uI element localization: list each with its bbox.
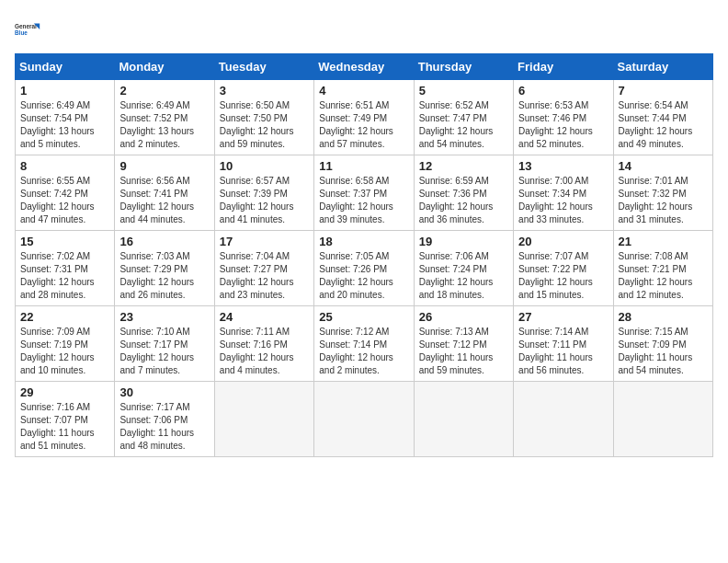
calendar-cell: 30Sunrise: 7:17 AM Sunset: 7:06 PM Dayli… (115, 382, 214, 457)
calendar-cell: 18Sunrise: 7:05 AM Sunset: 7:26 PM Dayli… (314, 231, 414, 306)
day-number: 22 (20, 310, 109, 324)
calendar-table: SundayMondayTuesdayWednesdayThursdayFrid… (15, 53, 713, 457)
calendar-cell: 13Sunrise: 7:00 AM Sunset: 7:34 PM Dayli… (514, 155, 613, 231)
calendar-cell: 1Sunrise: 6:49 AM Sunset: 7:54 PM Daylig… (16, 80, 115, 155)
day-number: 9 (119, 159, 209, 173)
day-number: 26 (419, 310, 508, 324)
calendar-cell: 9Sunrise: 6:56 AM Sunset: 7:41 PM Daylig… (115, 155, 214, 231)
day-number: 12 (419, 159, 508, 173)
day-info: Sunrise: 7:04 AM Sunset: 7:27 PM Dayligh… (220, 250, 309, 302)
day-number: 8 (20, 159, 109, 173)
calendar-cell: 12Sunrise: 6:59 AM Sunset: 7:36 PM Dayli… (414, 155, 513, 231)
day-info: Sunrise: 7:17 AM Sunset: 7:06 PM Dayligh… (119, 401, 209, 453)
day-info: Sunrise: 7:12 AM Sunset: 7:14 PM Dayligh… (319, 326, 408, 377)
calendar-cell: 8Sunrise: 6:55 AM Sunset: 7:42 PM Daylig… (16, 155, 115, 231)
day-number: 20 (518, 235, 608, 248)
calendar-cell: 29Sunrise: 7:16 AM Sunset: 7:07 PM Dayli… (16, 382, 115, 457)
day-number: 15 (20, 235, 109, 248)
calendar-week-row: 8Sunrise: 6:55 AM Sunset: 7:42 PM Daylig… (16, 155, 713, 231)
calendar-cell: 26Sunrise: 7:13 AM Sunset: 7:12 PM Dayli… (414, 306, 513, 382)
day-number: 14 (619, 159, 708, 173)
day-info: Sunrise: 7:02 AM Sunset: 7:31 PM Dayligh… (20, 250, 109, 302)
calendar-cell (314, 382, 414, 457)
calendar-cell (414, 382, 513, 457)
day-info: Sunrise: 7:08 AM Sunset: 7:21 PM Dayligh… (619, 250, 708, 302)
weekday-header-saturday: Saturday (613, 54, 712, 80)
day-number: 3 (220, 84, 309, 98)
calendar-cell: 3Sunrise: 6:50 AM Sunset: 7:50 PM Daylig… (214, 80, 313, 155)
day-info: Sunrise: 6:55 AM Sunset: 7:42 PM Dayligh… (20, 175, 109, 226)
day-info: Sunrise: 6:59 AM Sunset: 7:36 PM Dayligh… (419, 175, 508, 226)
day-info: Sunrise: 6:51 AM Sunset: 7:49 PM Dayligh… (319, 99, 408, 151)
day-number: 10 (220, 159, 309, 173)
day-info: Sunrise: 7:09 AM Sunset: 7:19 PM Dayligh… (20, 326, 109, 377)
day-number: 27 (518, 310, 608, 324)
logo-icon: GeneralBlue (15, 15, 44, 44)
calendar-cell: 4Sunrise: 6:51 AM Sunset: 7:49 PM Daylig… (314, 80, 414, 155)
calendar-cell: 7Sunrise: 6:54 AM Sunset: 7:44 PM Daylig… (613, 80, 712, 155)
calendar-cell: 24Sunrise: 7:11 AM Sunset: 7:16 PM Dayli… (214, 306, 313, 382)
logo: GeneralBlue (15, 15, 44, 44)
day-number: 13 (518, 159, 608, 173)
day-info: Sunrise: 7:16 AM Sunset: 7:07 PM Dayligh… (20, 401, 109, 453)
weekday-header-friday: Friday (514, 54, 613, 80)
weekday-header-thursday: Thursday (414, 54, 513, 80)
day-number: 18 (319, 235, 408, 248)
day-number: 25 (319, 310, 408, 324)
calendar-cell (613, 382, 712, 457)
calendar-cell (514, 382, 613, 457)
calendar-cell: 2Sunrise: 6:49 AM Sunset: 7:52 PM Daylig… (115, 80, 214, 155)
weekday-header-row: SundayMondayTuesdayWednesdayThursdayFrid… (16, 54, 713, 80)
day-info: Sunrise: 6:49 AM Sunset: 7:54 PM Dayligh… (20, 99, 109, 151)
calendar-cell: 17Sunrise: 7:04 AM Sunset: 7:27 PM Dayli… (214, 231, 313, 306)
day-info: Sunrise: 6:52 AM Sunset: 7:47 PM Dayligh… (419, 99, 508, 151)
day-number: 23 (119, 310, 209, 324)
calendar-cell: 19Sunrise: 7:06 AM Sunset: 7:24 PM Dayli… (414, 231, 513, 306)
day-number: 4 (319, 84, 408, 98)
calendar-cell: 5Sunrise: 6:52 AM Sunset: 7:47 PM Daylig… (414, 80, 513, 155)
day-number: 24 (220, 310, 309, 324)
day-number: 6 (518, 84, 608, 98)
day-info: Sunrise: 7:01 AM Sunset: 7:32 PM Dayligh… (619, 175, 708, 226)
day-number: 21 (619, 235, 708, 248)
calendar-cell: 10Sunrise: 6:57 AM Sunset: 7:39 PM Dayli… (214, 155, 313, 231)
day-number: 2 (119, 84, 209, 98)
weekday-header-sunday: Sunday (16, 54, 115, 80)
day-info: Sunrise: 7:00 AM Sunset: 7:34 PM Dayligh… (518, 175, 608, 226)
header: GeneralBlue (15, 15, 713, 44)
weekday-header-monday: Monday (115, 54, 214, 80)
day-number: 5 (419, 84, 508, 98)
calendar-cell: 14Sunrise: 7:01 AM Sunset: 7:32 PM Dayli… (613, 155, 712, 231)
day-number: 30 (119, 385, 209, 399)
calendar-week-row: 1Sunrise: 6:49 AM Sunset: 7:54 PM Daylig… (16, 80, 713, 155)
day-number: 1 (20, 84, 109, 98)
calendar-cell: 28Sunrise: 7:15 AM Sunset: 7:09 PM Dayli… (613, 306, 712, 382)
calendar-cell: 22Sunrise: 7:09 AM Sunset: 7:19 PM Dayli… (16, 306, 115, 382)
day-number: 16 (119, 235, 209, 248)
day-info: Sunrise: 6:50 AM Sunset: 7:50 PM Dayligh… (220, 99, 309, 151)
calendar-cell (214, 382, 313, 457)
calendar-cell: 11Sunrise: 6:58 AM Sunset: 7:37 PM Dayli… (314, 155, 414, 231)
calendar-cell: 20Sunrise: 7:07 AM Sunset: 7:22 PM Dayli… (514, 231, 613, 306)
day-info: Sunrise: 7:05 AM Sunset: 7:26 PM Dayligh… (319, 250, 408, 302)
svg-text:General: General (15, 23, 37, 29)
day-number: 19 (419, 235, 508, 248)
day-number: 29 (20, 385, 109, 399)
day-info: Sunrise: 7:11 AM Sunset: 7:16 PM Dayligh… (220, 326, 309, 377)
day-info: Sunrise: 6:54 AM Sunset: 7:44 PM Dayligh… (619, 99, 708, 151)
calendar-cell: 25Sunrise: 7:12 AM Sunset: 7:14 PM Dayli… (314, 306, 414, 382)
day-info: Sunrise: 7:10 AM Sunset: 7:17 PM Dayligh… (119, 326, 209, 377)
calendar-week-row: 22Sunrise: 7:09 AM Sunset: 7:19 PM Dayli… (16, 306, 713, 382)
day-number: 7 (619, 84, 708, 98)
day-info: Sunrise: 7:13 AM Sunset: 7:12 PM Dayligh… (419, 326, 508, 377)
day-info: Sunrise: 6:49 AM Sunset: 7:52 PM Dayligh… (119, 99, 209, 151)
day-info: Sunrise: 7:07 AM Sunset: 7:22 PM Dayligh… (518, 250, 608, 302)
day-number: 17 (220, 235, 309, 248)
day-info: Sunrise: 6:56 AM Sunset: 7:41 PM Dayligh… (119, 175, 209, 226)
svg-text:Blue: Blue (15, 29, 28, 36)
day-info: Sunrise: 6:53 AM Sunset: 7:46 PM Dayligh… (518, 99, 608, 151)
calendar-cell: 27Sunrise: 7:14 AM Sunset: 7:11 PM Dayli… (514, 306, 613, 382)
calendar-cell: 16Sunrise: 7:03 AM Sunset: 7:29 PM Dayli… (115, 231, 214, 306)
day-info: Sunrise: 7:03 AM Sunset: 7:29 PM Dayligh… (119, 250, 209, 302)
calendar-cell: 21Sunrise: 7:08 AM Sunset: 7:21 PM Dayli… (613, 231, 712, 306)
